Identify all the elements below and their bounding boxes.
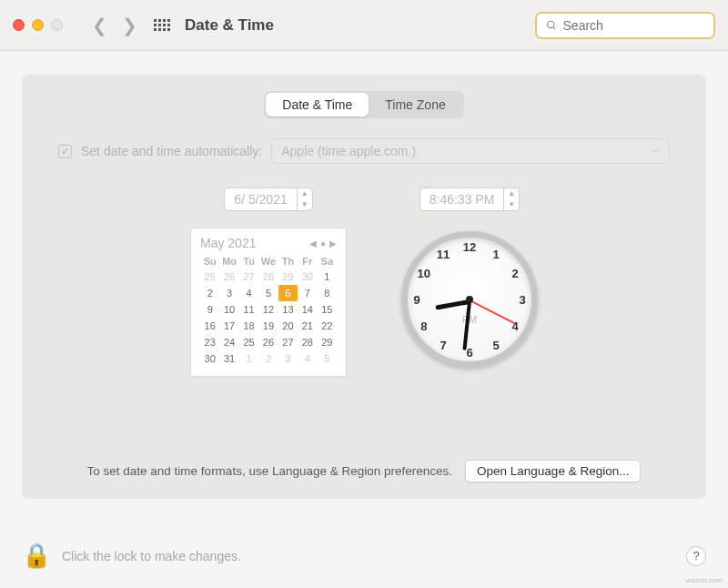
calendar-dow: Th <box>278 254 298 269</box>
calendar-day[interactable]: 28 <box>258 269 278 285</box>
calendar-dow: Su <box>200 254 219 269</box>
calendar-day[interactable]: 26 <box>219 269 238 285</box>
forward-button[interactable]: ❯ <box>115 15 145 36</box>
calendar-day[interactable]: 30 <box>200 350 219 367</box>
analog-clock[interactable]: PM 123456789101112 <box>401 231 538 368</box>
svg-point-0 <box>548 21 554 27</box>
calendar-day[interactable]: 28 <box>298 334 317 350</box>
calendar-day[interactable]: 3 <box>219 285 238 301</box>
calendar-dow: Fr <box>298 254 317 269</box>
time-server-field[interactable]: Apple (time.apple.com.) ﹀ <box>271 138 670 164</box>
chevron-down-icon: ﹀ <box>650 145 660 158</box>
time-stepper[interactable]: ▲▼ <box>503 188 519 210</box>
calendar-day[interactable]: 25 <box>200 269 219 285</box>
calendar-day[interactable]: 2 <box>200 285 219 301</box>
clock-numeral: 10 <box>418 267 430 280</box>
calendar-day[interactable]: 6 <box>278 285 298 301</box>
calendar-day[interactable]: 29 <box>318 334 337 350</box>
calendar-day[interactable]: 31 <box>219 350 238 367</box>
close-window[interactable] <box>13 19 25 31</box>
calendar-day[interactable]: 18 <box>239 318 258 334</box>
watermark: wsxdn.com <box>686 576 723 584</box>
calendar-day[interactable]: 4 <box>239 285 258 301</box>
clock-numeral: 4 <box>512 319 519 333</box>
calendar-day[interactable]: 16 <box>200 318 219 334</box>
calendar-month: May 2021 <box>200 236 256 250</box>
calendar-day[interactable]: 19 <box>258 318 278 334</box>
clock-numeral: 1 <box>492 247 499 260</box>
tab-date-time[interactable]: Date & Time <box>266 93 369 117</box>
clock-numeral: 8 <box>420 319 427 333</box>
auto-label: Set date and time automatically: <box>81 144 262 158</box>
window-title: Date & Time <box>185 16 274 35</box>
clock-numeral: 5 <box>492 339 499 352</box>
calendar-day[interactable]: 22 <box>318 318 337 334</box>
calendar-day[interactable]: 27 <box>278 334 298 350</box>
calendar-day[interactable]: 5 <box>258 285 278 301</box>
minute-hand <box>462 301 471 350</box>
search-input[interactable] <box>563 18 704 33</box>
search-field[interactable] <box>535 12 715 39</box>
calendar-day[interactable]: 23 <box>200 334 219 350</box>
calendar-day[interactable]: 10 <box>219 301 238 318</box>
calendar-today-icon[interactable]: ● <box>320 238 326 248</box>
auto-checkbox[interactable]: ✓ <box>58 145 72 158</box>
calendar-day[interactable]: 27 <box>239 269 258 285</box>
calendar-day[interactable]: 2 <box>258 350 278 367</box>
calendar-day[interactable]: 14 <box>298 301 317 318</box>
zoom-window[interactable] <box>51 19 63 31</box>
calendar-day[interactable]: 12 <box>258 301 278 318</box>
lock-text: Click the lock to make changes. <box>62 549 241 563</box>
clock-pivot <box>466 296 473 303</box>
preferences-panel: Date & Time Time Zone ✓ Set date and tim… <box>22 75 706 499</box>
calendar-day[interactable]: 17 <box>219 318 238 334</box>
calendar-next-icon[interactable]: ▶ <box>329 238 337 248</box>
calendar-day[interactable]: 13 <box>278 301 298 318</box>
calendar-day[interactable]: 4 <box>298 350 317 367</box>
lock-icon[interactable]: 🔒 <box>22 542 51 570</box>
calendar-day[interactable]: 15 <box>318 301 337 318</box>
time-field[interactable]: 8:46:33 PM ▲▼ <box>420 188 521 211</box>
calendar-day[interactable]: 1 <box>239 350 258 367</box>
clock-numeral: 6 <box>466 346 472 360</box>
calendar-day[interactable]: 20 <box>278 318 298 334</box>
calendar-day[interactable]: 29 <box>278 269 298 285</box>
open-language-region-button[interactable]: Open Language & Region... <box>465 460 641 482</box>
calendar-day[interactable]: 25 <box>239 334 258 350</box>
minimize-window[interactable] <box>32 19 44 31</box>
calendar[interactable]: May 2021 ◀ ● ▶ SuMoTuWeThFrSa25262728293… <box>190 228 347 377</box>
back-button[interactable]: ❮ <box>85 15 115 36</box>
calendar-day[interactable]: 8 <box>318 285 337 301</box>
calendar-dow: Tu <box>239 254 258 269</box>
calendar-day[interactable]: 7 <box>298 285 317 301</box>
show-all-icon[interactable] <box>154 19 170 31</box>
calendar-day[interactable]: 26 <box>258 334 278 350</box>
tab-time-zone[interactable]: Time Zone <box>369 93 461 117</box>
calendar-day[interactable]: 1 <box>318 269 337 285</box>
calendar-day[interactable]: 3 <box>278 350 298 367</box>
clock-numeral: 7 <box>440 339 446 352</box>
calendar-day[interactable]: 5 <box>318 350 337 367</box>
search-icon <box>546 19 558 32</box>
tab-group: Date & Time Time Zone <box>264 91 463 118</box>
calendar-day[interactable]: 11 <box>239 301 258 318</box>
window-controls <box>13 19 63 31</box>
titlebar: ❮ ❯ Date & Time <box>0 0 728 51</box>
clock-numeral: 12 <box>463 240 476 254</box>
calendar-day[interactable]: 9 <box>200 301 219 318</box>
time-server-value: Apple (time.apple.com.) <box>281 144 416 158</box>
date-field[interactable]: 6/ 5/2021 ▲▼ <box>224 188 312 211</box>
clock-numeral: 9 <box>413 293 420 307</box>
calendar-day[interactable]: 24 <box>219 334 238 350</box>
svg-line-1 <box>553 26 556 29</box>
calendar-day[interactable]: 30 <box>298 269 317 285</box>
date-stepper[interactable]: ▲▼ <box>297 188 312 210</box>
help-button[interactable]: ? <box>686 546 706 566</box>
hour-hand <box>435 299 470 310</box>
format-note: To set date and time formats, use Langua… <box>87 464 453 478</box>
clock-numeral: 11 <box>437 247 450 260</box>
clock-numeral: 2 <box>512 267 519 280</box>
calendar-prev-icon[interactable]: ◀ <box>309 238 317 248</box>
date-value: 6/ 5/2021 <box>225 192 296 207</box>
calendar-day[interactable]: 21 <box>298 318 317 334</box>
